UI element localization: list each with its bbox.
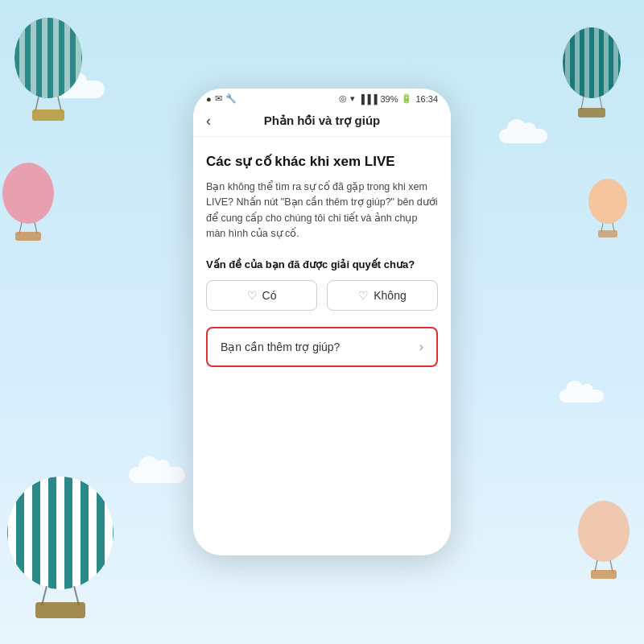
svg-point-27 (578, 501, 630, 562)
balloon-mid-left (0, 161, 60, 242)
svg-line-13 (19, 222, 22, 233)
wrench-icon: 🔧 (225, 93, 237, 104)
content-area: Các sự cố khác khi xem LIVE Bạn không th… (193, 137, 451, 555)
svg-point-1 (14, 18, 82, 98)
svg-point-12 (2, 163, 54, 224)
heart-yes-icon: ♡ (247, 289, 258, 302)
svg-point-23 (7, 477, 114, 589)
svg-line-29 (610, 560, 613, 572)
balloon-mid-right (584, 177, 632, 242)
time: 16:34 (415, 94, 438, 104)
svg-line-28 (595, 560, 597, 572)
help-button-text: Bạn cần thêm trợ giúp? (221, 341, 340, 353)
svg-rect-19 (598, 230, 617, 237)
status-bar: ● ✉ 🔧 ◎ ▾ ▐▐▐ 39% 🔋 16:34 (193, 89, 451, 107)
svg-rect-30 (591, 570, 617, 579)
back-button[interactable]: ‹ (206, 113, 211, 130)
chevron-right-icon: › (419, 340, 423, 354)
phone-frame: ● ✉ 🔧 ◎ ▾ ▐▐▐ 39% 🔋 16:34 ‹ Phản hồi và … (193, 89, 451, 555)
nav-title: Phản hồi và trợ giúp (264, 114, 381, 128)
svg-line-9 (581, 97, 584, 109)
cloud-3 (129, 467, 185, 483)
top-nav: ‹ Phản hồi và trợ giúp (193, 107, 451, 137)
yes-no-row: ♡ Có ♡ Không (206, 280, 438, 311)
svg-line-4 (58, 97, 61, 111)
svg-line-3 (35, 97, 39, 111)
page-description: Bạn không thể tìm ra sự cố đã gặp trong … (206, 180, 438, 242)
svg-point-7 (563, 27, 621, 98)
balloon-top-left (8, 16, 89, 121)
status-right-info: ◎ ▾ ▐▐▐ 39% 🔋 16:34 (339, 93, 438, 104)
svg-rect-11 (578, 108, 605, 118)
balloon-top-right (555, 24, 628, 121)
svg-point-16 (588, 179, 627, 224)
circle-icon: ● (206, 94, 212, 104)
wifi-icon: ▾ (350, 93, 355, 104)
yes-button[interactable]: ♡ Có (206, 280, 317, 311)
svg-line-10 (600, 97, 602, 109)
cloud-2 (499, 129, 547, 143)
balloon-bottom-left (0, 475, 121, 620)
svg-rect-5 (32, 109, 64, 121)
svg-rect-26 (35, 602, 85, 618)
no-label: Không (374, 289, 406, 302)
balloon-bottom-right (572, 499, 636, 580)
no-button[interactable]: ♡ Không (327, 280, 438, 311)
svg-line-14 (35, 222, 37, 233)
yes-label: Có (262, 289, 277, 302)
heart-no-icon: ♡ (358, 289, 369, 302)
page-title: Các sự cố khác khi xem LIVE (206, 153, 438, 170)
signal-icon: ◎ (339, 93, 347, 104)
signal-bars: ▐▐▐ (358, 94, 377, 104)
svg-rect-15 (15, 232, 41, 241)
help-button[interactable]: Bạn cần thêm trợ giúp? › (206, 327, 438, 367)
battery-percent: 39% (380, 94, 398, 104)
status-left-icons: ● ✉ 🔧 (206, 93, 237, 104)
battery-icon: 🔋 (401, 93, 412, 104)
cloud-4 (559, 390, 604, 402)
question-label: Vấn đề của bạn đã được giải quyết chưa? (206, 258, 438, 270)
message-icon: ✉ (215, 93, 222, 104)
